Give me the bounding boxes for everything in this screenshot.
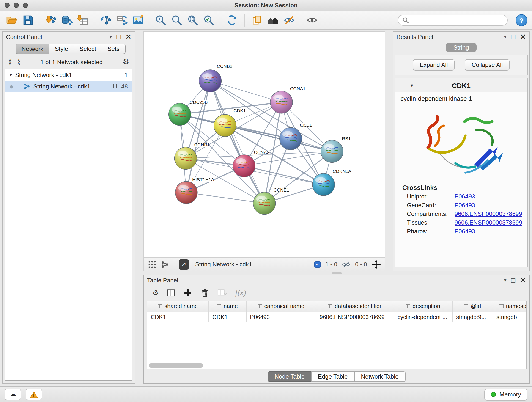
import-network-database-button[interactable] [60,13,74,27]
tab-string[interactable]: String [446,43,477,52]
cell-database-identifier[interactable]: 9606.ENSP00000378699 [316,312,394,322]
network-edge[interactable] [210,81,264,203]
network-edge[interactable] [244,166,323,185]
window-minimize-button[interactable] [14,3,19,8]
network-view-mode-button[interactable] [161,260,169,268]
save-session-button[interactable] [21,13,35,27]
network-node[interactable]: RB1 [321,136,351,162]
pan-crosshair-button[interactable] [372,260,381,269]
network-row[interactable]: ● String Network - cdk1 11 48 [6,81,132,92]
function-builder-button[interactable]: f(x) [235,288,246,298]
help-button[interactable]: ? [515,14,527,26]
column-header[interactable]: database identifier [316,301,394,312]
cell-canonical-name[interactable]: P06493 [246,312,316,322]
delete-column-button[interactable] [201,288,210,298]
tab-network[interactable]: Network [16,44,49,54]
scrollbar-thumb[interactable] [149,364,203,368]
panel-close-icon[interactable]: × [520,33,526,40]
collapse-section-icon[interactable]: ▾ [411,82,413,88]
duplicate-document-button[interactable] [250,13,264,27]
import-table-button[interactable] [76,13,90,27]
network-graph[interactable]: CCNB2CCNA1CDC25BCDK1CDC6RB1CCNB1CCNA2CDK… [144,32,385,257]
column-header[interactable]: description [394,301,452,312]
show-all-button[interactable] [305,13,319,27]
panel-menu-icon[interactable]: ▾ [504,278,506,283]
panel-menu-icon[interactable]: ▾ [504,34,506,39]
horizontal-scrollbar[interactable] [149,364,524,368]
column-header[interactable]: @id [452,301,493,312]
new-network-button[interactable] [99,13,113,27]
network-node[interactable]: CCNA1 [270,86,306,113]
tab-style[interactable]: Style [49,44,74,54]
cell-description[interactable]: cyclin-dependent ... [394,312,452,322]
horizontal-splitter[interactable] [143,271,530,274]
cell-namespace[interactable]: stringdb [493,312,526,322]
cell-id[interactable]: stringdb:9... [452,312,493,322]
add-column-button[interactable] [184,288,193,298]
column-header[interactable]: name [209,301,246,312]
network-edge[interactable] [225,126,332,152]
network-node[interactable]: CDK1 [214,108,246,137]
search-input[interactable] [412,17,503,24]
first-neighbors-button[interactable] [266,13,280,27]
birdseye-view-button[interactable]: ↗ [179,259,189,269]
tab-node-table[interactable]: Node Table [268,371,311,382]
network-node[interactable]: CCNB2 [199,64,232,92]
crosslink-link[interactable]: 9606.ENSP00000378699 [455,219,522,226]
tab-network-table[interactable]: Network Table [354,371,405,382]
panel-float-icon[interactable]: □ [511,34,516,39]
panel-close-icon[interactable]: × [125,33,132,40]
memory-button[interactable]: Memory [484,389,527,400]
table-options-gear-button[interactable]: ⚙ [152,289,159,297]
import-network-file-button[interactable] [44,13,58,27]
network-from-table-button[interactable] [114,13,129,27]
collapse-all-networks-icon[interactable]: ∧∧ [17,59,21,65]
network-canvas[interactable]: CCNB2CCNA1CDC25BCDK1CDC6RB1CCNB1CCNA2CDK… [143,31,385,258]
panel-float-icon[interactable]: □ [116,34,121,39]
collapse-all-button[interactable]: Collapse All [465,59,510,70]
column-header[interactable]: shared name [147,301,209,312]
tab-select[interactable]: Select [74,44,102,54]
attribute-table[interactable]: shared name name canonical name database… [147,301,526,322]
tree-expand-icon[interactable]: ▾ [10,72,12,77]
window-zoom-button[interactable] [23,3,28,8]
hide-selected-button[interactable] [282,13,297,27]
zoom-selected-button[interactable] [202,13,216,27]
panel-menu-icon[interactable]: ▾ [109,34,112,39]
cloud-services-button[interactable]: ☁ [5,389,21,400]
selected-checkbox-icon[interactable]: ✓ [314,261,321,268]
gene-section-header[interactable]: ▾ CDK1 [395,78,527,92]
panel-close-icon[interactable]: × [520,276,526,284]
crosslink-link[interactable]: P06493 [455,202,475,209]
network-edge[interactable] [186,192,264,203]
network-options-gear-icon[interactable]: ⚙ [123,58,129,65]
tab-sets[interactable]: Sets [102,44,125,54]
network-node[interactable]: CDKN1A [312,169,351,196]
window-close-button[interactable] [5,3,10,8]
cell-name[interactable]: CDK1 [209,312,246,322]
open-session-button[interactable] [5,13,19,27]
network-edge[interactable] [186,81,210,192]
grid-view-button[interactable] [148,260,156,268]
show-columns-button[interactable] [167,288,176,298]
zoom-in-button[interactable] [153,13,168,27]
column-header[interactable]: canonical name [246,301,316,312]
tab-edge-table[interactable]: Edge Table [311,371,355,382]
column-header[interactable]: namespace [493,301,526,312]
expand-all-networks-icon[interactable]: ∨∨ [8,59,12,65]
network-node[interactable]: CCNB1 [175,142,210,169]
network-node[interactable]: HIST1H1A [175,177,214,204]
cell-shared-name[interactable]: CDK1 [147,312,209,322]
crosslink-link[interactable]: P06493 [455,228,475,235]
export-image-button[interactable] [131,13,145,27]
table-row[interactable]: CDK1 CDK1 P06493 9606.ENSP00000378699 cy… [147,312,526,322]
expand-all-button[interactable]: Expand All [413,59,455,70]
zoom-out-button[interactable] [170,13,184,27]
search-box[interactable] [398,15,508,26]
apply-layout-button[interactable] [225,13,239,27]
warnings-button[interactable] [26,389,42,400]
panel-float-icon[interactable]: □ [511,277,516,283]
crosslink-link[interactable]: P06493 [455,193,475,200]
crosslink-link[interactable]: 9606.ENSP00000378699 [455,211,522,217]
fit-content-button[interactable] [186,13,200,27]
